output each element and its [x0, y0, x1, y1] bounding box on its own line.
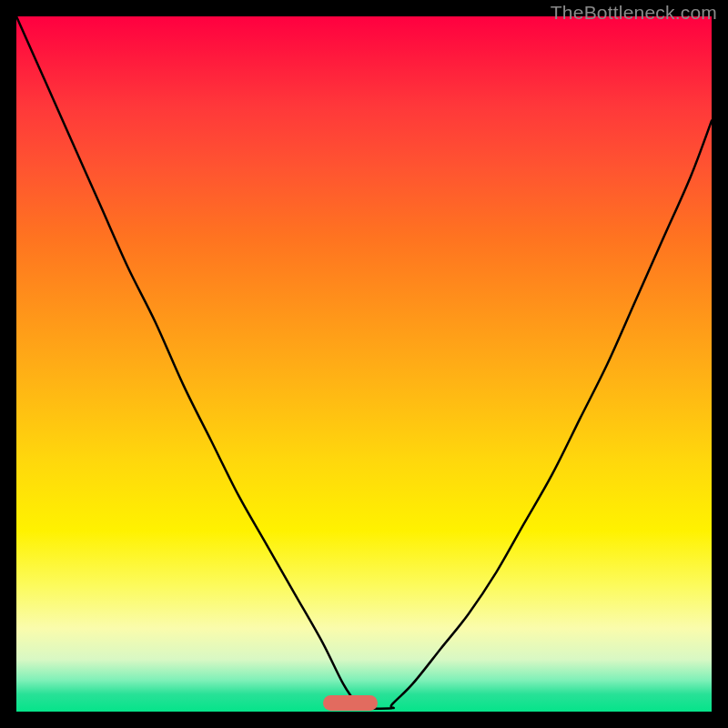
trough-marker [323, 695, 378, 711]
watermark-text: TheBottleneck.com [551, 2, 717, 24]
plot-area [16, 16, 712, 712]
bottleneck-curve [16, 16, 712, 712]
chart-frame: TheBottleneck.com [0, 0, 728, 728]
